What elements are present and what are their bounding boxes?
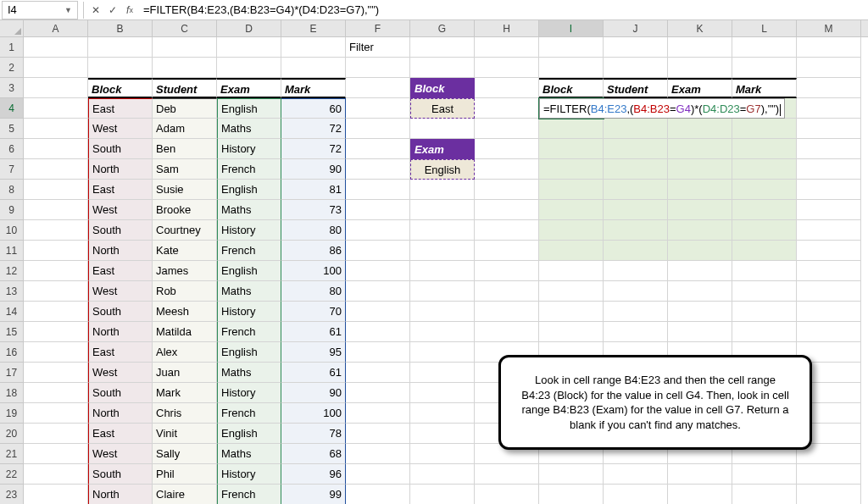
column-header-M[interactable]: M [797,20,861,36]
cell-B11[interactable]: North [88,241,153,261]
cell-F1[interactable]: Filter [346,37,410,58]
cell-C16[interactable]: Alex [153,342,217,363]
column-header-F[interactable]: F [346,20,410,36]
cell-L5[interactable] [732,119,797,139]
cell-E17[interactable]: 61 [281,363,346,383]
cell-E14[interactable]: 70 [281,302,346,322]
cell-I2[interactable] [539,58,604,78]
row-header-3[interactable]: 3 [0,78,24,98]
column-header-H[interactable]: H [475,20,539,36]
cell-E5[interactable]: 72 [281,119,346,139]
cell-G7[interactable]: English [410,159,475,180]
cell-A10[interactable] [24,220,88,241]
cell-I23[interactable] [539,485,604,504]
cell-A21[interactable] [24,444,88,464]
cell-B18[interactable]: South [88,383,153,403]
cell-G11[interactable] [410,241,475,261]
cell-H7[interactable] [475,159,539,180]
cell-F14[interactable] [346,302,410,322]
cell-G10[interactable] [410,220,475,241]
cell-B4[interactable]: East [88,98,153,119]
cell-D6[interactable]: History [217,139,281,159]
cell-I9[interactable] [539,200,604,220]
cell-C20[interactable]: Vinit [153,424,217,444]
cell-J11[interactable] [604,241,668,261]
cell-C18[interactable]: Mark [153,383,217,403]
cell-C9[interactable]: Brooke [153,200,217,220]
cell-I11[interactable] [539,241,604,261]
cell-H13[interactable] [475,281,539,302]
cell-L1[interactable] [732,37,797,58]
name-box[interactable]: I4 ▼ [2,1,78,19]
cell-L12[interactable] [732,261,797,281]
cell-K5[interactable] [668,119,732,139]
cell-C10[interactable]: Courtney [153,220,217,241]
cell-E7[interactable]: 90 [281,159,346,180]
cell-F11[interactable] [346,241,410,261]
cell-D10[interactable]: History [217,220,281,241]
cell-E4[interactable]: 60 [281,98,346,119]
cell-C12[interactable]: James [153,261,217,281]
cell-F17[interactable] [346,363,410,383]
row-header-4[interactable]: 4 [0,98,24,119]
cell-J12[interactable] [604,261,668,281]
cell-G9[interactable] [410,200,475,220]
cell-D9[interactable]: Maths [217,200,281,220]
cell-D12[interactable]: English [217,261,281,281]
cell-D1[interactable] [217,37,281,58]
cell-C1[interactable] [153,37,217,58]
cell-H1[interactable] [475,37,539,58]
cell-A18[interactable] [24,383,88,403]
cell-J3[interactable]: Student [604,78,668,98]
cell-B6[interactable]: South [88,139,153,159]
row-header-18[interactable]: 18 [0,383,24,403]
cell-H5[interactable] [475,119,539,139]
cell-A13[interactable] [24,281,88,302]
column-header-C[interactable]: C [153,20,217,36]
cell-edit-overlay[interactable]: =FILTER(B4:E23,(B4:B23=G4)*(D4:D23=G7),"… [539,98,785,119]
cell-H9[interactable] [475,200,539,220]
cell-J2[interactable] [604,58,668,78]
cell-A20[interactable] [24,424,88,444]
chevron-down-icon[interactable]: ▼ [64,6,72,14]
cell-C6[interactable]: Ben [153,139,217,159]
cell-J13[interactable] [604,281,668,302]
cell-M13[interactable] [797,281,861,302]
cell-D11[interactable]: French [217,241,281,261]
cell-L8[interactable] [732,180,797,200]
cell-L3[interactable]: Mark [732,78,797,98]
cell-C15[interactable]: Matilda [153,322,217,342]
cell-E23[interactable]: 99 [281,485,346,504]
cell-E1[interactable] [281,37,346,58]
cell-G17[interactable] [410,363,475,383]
cell-B16[interactable]: East [88,342,153,363]
cell-D19[interactable]: French [217,403,281,424]
cell-D18[interactable]: History [217,383,281,403]
cell-C13[interactable]: Rob [153,281,217,302]
cell-C4[interactable]: Deb [153,98,217,119]
cell-K8[interactable] [668,180,732,200]
cell-J10[interactable] [604,220,668,241]
cell-L14[interactable] [732,302,797,322]
cell-J5[interactable] [604,119,668,139]
column-header-K[interactable]: K [668,20,732,36]
cell-F4[interactable] [346,98,410,119]
row-header-19[interactable]: 19 [0,403,24,424]
cell-G23[interactable] [410,485,475,504]
cell-A3[interactable] [24,78,88,98]
cell-C11[interactable]: Kate [153,241,217,261]
formula-input[interactable] [138,1,868,19]
cell-E21[interactable]: 68 [281,444,346,464]
cell-I1[interactable] [539,37,604,58]
row-header-9[interactable]: 9 [0,200,24,220]
cell-C14[interactable]: Meesh [153,302,217,322]
cell-C2[interactable] [153,58,217,78]
cell-A6[interactable] [24,139,88,159]
cell-A4[interactable] [24,98,88,119]
row-header-10[interactable]: 10 [0,220,24,241]
cell-L10[interactable] [732,220,797,241]
cell-K11[interactable] [668,241,732,261]
cell-A19[interactable] [24,403,88,424]
cell-K12[interactable] [668,261,732,281]
cell-M10[interactable] [797,220,861,241]
